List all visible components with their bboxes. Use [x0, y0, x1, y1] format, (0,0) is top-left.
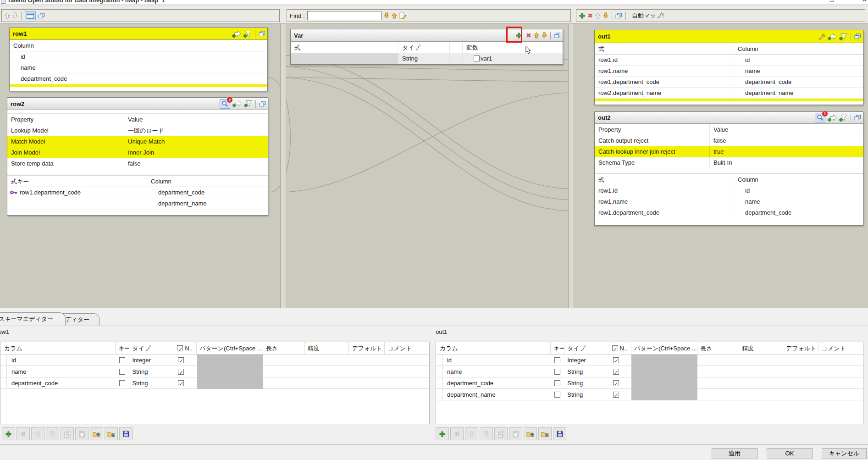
row1-column-id[interactable]: id — [10, 51, 267, 62]
row2-mapping-department-code[interactable]: row1.department_code department_code — [7, 187, 268, 198]
auto-map-button[interactable]: 自動マップ! — [629, 11, 667, 20]
filter-icon[interactable] — [839, 33, 847, 40]
settings-wrench-icon[interactable] — [818, 33, 825, 40]
add-linked-column-icon[interactable] — [232, 100, 242, 107]
delete-variable-icon[interactable] — [526, 33, 531, 38]
var-name-cell[interactable]: var1 — [463, 53, 492, 64]
nullable-checkbox[interactable] — [613, 357, 619, 363]
key-checkbox[interactable] — [554, 369, 560, 375]
filter-icon[interactable] — [244, 100, 252, 107]
remove-row-button[interactable] — [450, 427, 464, 440]
detach-window-icon[interactable] — [615, 13, 622, 19]
move-up-icon[interactable] — [5, 12, 10, 19]
delete-output-icon[interactable] — [587, 13, 593, 18]
search-highlight-icon[interactable] — [399, 12, 407, 19]
out2-prop-catch-lookup-inner-join-reject[interactable]: Catch lookup inner join reject true — [595, 146, 863, 157]
add-row-button[interactable] — [2, 427, 15, 440]
detach-window-icon[interactable] — [554, 33, 561, 39]
var-checkbox[interactable] — [474, 55, 480, 61]
move-down-icon[interactable] — [603, 12, 608, 19]
errors-button[interactable]: 1 — [815, 113, 825, 122]
key-checkbox[interactable] — [554, 392, 560, 398]
move-down-icon[interactable] — [542, 32, 547, 39]
export-button[interactable] — [524, 427, 537, 440]
pattern-cell[interactable] — [631, 366, 697, 377]
add-row-button[interactable] — [436, 427, 449, 440]
schema-row-department-name[interactable]: department_name String — [436, 389, 863, 400]
nullable-header-checkbox[interactable] — [177, 345, 183, 351]
detach-window-icon[interactable] — [38, 13, 45, 19]
ok-button[interactable]: OK — [767, 448, 813, 459]
key-checkbox[interactable] — [119, 380, 125, 386]
var-row-var1[interactable]: String var1 — [291, 53, 563, 64]
row2-prop-match-model[interactable]: Match Model Unique Match — [7, 136, 268, 147]
find-input[interactable] — [307, 11, 381, 20]
key-checkbox[interactable] — [554, 357, 560, 363]
export-button[interactable] — [90, 427, 103, 440]
close-icon[interactable]: ✕ — [862, 0, 867, 3]
out2-row-id[interactable]: row1.id id — [595, 185, 863, 196]
left-splitter[interactable] — [280, 24, 286, 308]
nullable-checkbox[interactable] — [178, 357, 184, 363]
row2-prop-lookup-model[interactable]: Lookup Model 一回のロード — [7, 125, 268, 136]
pattern-cell[interactable] — [197, 377, 263, 389]
out1-row-name[interactable]: row1.name name — [595, 66, 863, 77]
pattern-cell[interactable] — [197, 366, 263, 377]
row2-prop-store-temp-data[interactable]: Store temp data false — [7, 158, 268, 169]
schema-row-name[interactable]: name String — [0, 366, 429, 377]
apply-button[interactable]: 適用 — [712, 448, 757, 459]
out1-row-department-name[interactable]: row2.department_name department_name — [595, 88, 863, 99]
key-checkbox[interactable] — [554, 380, 560, 386]
out2-header[interactable]: out2 1 — [595, 112, 863, 124]
detach-window-icon[interactable] — [854, 115, 861, 121]
out2-prop-catch-output-reject[interactable]: Catch output reject false — [595, 135, 863, 146]
tab-schema-editor[interactable]: スキーマエディター — [0, 312, 66, 326]
pattern-cell[interactable] — [197, 355, 263, 366]
schema-row-department-code[interactable]: department_code String — [436, 377, 863, 389]
pattern-cell[interactable] — [631, 377, 697, 389]
pattern-cell[interactable] — [631, 355, 697, 366]
find-previous-icon[interactable] — [392, 12, 397, 19]
move-down-button[interactable] — [480, 427, 493, 440]
maximize-icon[interactable]: □ — [830, 0, 834, 3]
copy-button[interactable] — [61, 427, 74, 440]
add-linked-column-icon[interactable] — [232, 30, 241, 38]
row1-column-name[interactable]: name — [10, 62, 267, 73]
detach-window-icon[interactable] — [259, 31, 265, 37]
remove-row-button[interactable] — [17, 427, 30, 440]
nullable-checkbox[interactable] — [613, 380, 619, 386]
add-linked-column-icon[interactable] — [828, 114, 837, 122]
pattern-cell[interactable] — [631, 389, 697, 400]
copy-button[interactable] — [494, 427, 508, 440]
schema-row-id[interactable]: id Integer — [0, 355, 429, 366]
schema-row-department-code[interactable]: department_code String — [0, 377, 429, 389]
var-type-cell[interactable]: String — [398, 53, 450, 64]
find-next-icon[interactable] — [384, 12, 389, 19]
save-button[interactable] — [553, 427, 566, 440]
row1-header[interactable]: row1 — [10, 28, 267, 40]
filter-icon[interactable] — [243, 30, 252, 38]
out2-row-name[interactable]: row1.name name — [595, 196, 863, 207]
import-button[interactable] — [538, 427, 552, 440]
minimize-tables-button[interactable] — [25, 11, 36, 20]
row2-header[interactable]: row2 2 — [7, 98, 268, 110]
nullable-checkbox[interactable] — [613, 392, 619, 398]
schema-row-id[interactable]: id Integer — [436, 355, 863, 366]
paste-button[interactable] — [509, 427, 522, 440]
move-down-icon[interactable] — [12, 12, 18, 19]
out1-row-department-code[interactable]: row1.department_code department_code — [595, 77, 863, 88]
out2-prop-schema-type[interactable]: Schema Type Built-In — [595, 157, 863, 168]
filter-icon[interactable] — [839, 114, 847, 122]
paste-button[interactable] — [75, 427, 88, 440]
move-down-button[interactable] — [46, 427, 59, 440]
schema-row-name[interactable]: name String — [436, 366, 863, 377]
move-up-icon[interactable] — [595, 12, 601, 19]
detach-window-icon[interactable] — [854, 33, 861, 39]
key-checkbox[interactable] — [119, 357, 125, 363]
cancel-button[interactable]: キャンセル — [822, 448, 867, 459]
detach-window-icon[interactable] — [259, 101, 266, 107]
nullable-checkbox[interactable] — [178, 380, 184, 386]
save-button[interactable] — [119, 427, 133, 440]
nullable-checkbox[interactable] — [613, 369, 619, 375]
row2-mapping-department-name[interactable]: department_name — [7, 198, 268, 209]
